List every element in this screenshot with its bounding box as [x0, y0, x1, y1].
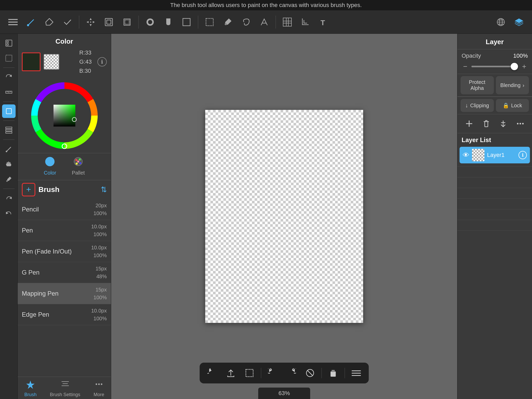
- brush-item-pen[interactable]: Pen 10.0px 100%: [18, 220, 111, 241]
- add-brush-button[interactable]: +: [22, 183, 35, 196]
- layers-left-icon[interactable]: [2, 123, 16, 137]
- secondary-color-swatch[interactable]: [44, 54, 59, 70]
- ruler-icon[interactable]: [2, 85, 16, 99]
- paste-canvas-icon[interactable]: [326, 366, 341, 380]
- canvas-bottom-toolbar: [200, 363, 369, 383]
- eraser-icon[interactable]: [42, 14, 57, 30]
- color-wheel[interactable]: [28, 79, 101, 152]
- primary-color-swatch[interactable]: [22, 52, 41, 71]
- upload-icon[interactable]: [224, 366, 238, 380]
- selection-rect-icon[interactable]: [202, 14, 217, 30]
- menu-canvas-icon[interactable]: [349, 366, 364, 380]
- shape-icon[interactable]: [179, 14, 194, 30]
- more-layer-options[interactable]: [514, 117, 527, 130]
- brush-name-mapping: Mapping Pen: [22, 290, 58, 297]
- svg-point-86: [517, 123, 518, 124]
- color-rgb-values: R:33 G:43 B:30: [79, 48, 92, 76]
- brush-item-gpen[interactable]: G Pen 15px 48%: [18, 262, 111, 283]
- svg-text:T: T: [321, 19, 325, 27]
- canvas-surface[interactable]: [205, 110, 363, 323]
- eyedropper-left-icon[interactable]: [2, 172, 16, 186]
- layer-visibility-icon[interactable]: 👁: [463, 151, 469, 159]
- svg-marker-63: [26, 381, 35, 389]
- clipping-button[interactable]: ↓ Clipping: [461, 99, 494, 112]
- layer-name: Layer1: [487, 152, 516, 158]
- color-tab[interactable]: Color: [44, 156, 56, 176]
- undo-left-icon[interactable]: [2, 207, 16, 220]
- bucket-icon[interactable]: [161, 14, 176, 30]
- hand-icon[interactable]: [2, 157, 16, 171]
- svg-rect-46: [6, 132, 12, 133]
- brush-tab-label: Brush: [24, 392, 37, 397]
- canvas-small-icon[interactable]: [2, 104, 16, 118]
- add-layer-button[interactable]: [462, 117, 476, 130]
- checkmark-icon[interactable]: [60, 14, 75, 30]
- blending-button[interactable]: Blending ›: [496, 76, 529, 94]
- brush-stats-edge: 10.0px 100%: [91, 307, 107, 322]
- brush-settings-tab[interactable]: Brush Settings: [50, 380, 80, 397]
- undo-canvas-icon[interactable]: [265, 366, 280, 380]
- fill-tool-icon2[interactable]: [142, 14, 158, 30]
- grid-tool-icon[interactable]: [280, 14, 295, 30]
- merge-layer-button[interactable]: [496, 117, 510, 130]
- brush-item-pencil[interactable]: Pencil 20px 100%: [18, 199, 111, 220]
- lock-icon-small: 🔒: [503, 102, 509, 109]
- pen-path-icon[interactable]: [256, 14, 272, 30]
- opacity-plus-button[interactable]: +: [521, 62, 528, 71]
- no-tool-icon[interactable]: [303, 366, 317, 380]
- clipping-icon-small: ↓: [465, 102, 468, 109]
- redo-left-icon[interactable]: [2, 191, 16, 205]
- more-tab[interactable]: More: [94, 380, 104, 397]
- transform-icon[interactable]: [101, 14, 117, 30]
- canvas-area[interactable]: 63%: [111, 34, 457, 399]
- svg-point-88: [522, 123, 524, 124]
- brush-item-mapping[interactable]: Mapping Pen 15px 100%: [18, 283, 111, 304]
- layers-main-icon[interactable]: [511, 14, 527, 30]
- brush-sort-icon[interactable]: ⇅: [101, 185, 107, 194]
- brush-item-edge[interactable]: Edge Pen 10.0px 100%: [18, 304, 111, 325]
- layer-info-button[interactable]: ℹ: [518, 151, 527, 159]
- redo-canvas-icon[interactable]: [284, 366, 299, 380]
- svg-rect-35: [7, 41, 8, 43]
- opacity-minus-button[interactable]: −: [462, 62, 469, 71]
- opacity-slider[interactable]: [471, 66, 518, 67]
- divider3: [3, 121, 15, 121]
- brush-item-pen-fade[interactable]: Pen (Fade In/Out) 10.0px 100%: [18, 241, 111, 262]
- layer-small-icon[interactable]: [2, 36, 16, 50]
- selection-canvas-icon[interactable]: [242, 366, 257, 380]
- svg-rect-79: [352, 370, 361, 371]
- color-wheel-container[interactable]: [18, 78, 111, 153]
- svg-rect-1: [8, 22, 18, 23]
- layer-item-1[interactable]: 👁 Layer1 ℹ: [460, 147, 530, 163]
- free-transform-icon[interactable]: [119, 14, 135, 30]
- web-icon[interactable]: [493, 14, 509, 30]
- brush-bottom-tab[interactable]: Brush: [24, 380, 37, 397]
- svg-rect-15: [167, 18, 169, 19]
- divider2: [3, 102, 15, 102]
- move-tool-icon[interactable]: [83, 14, 98, 30]
- svg-rect-81: [352, 375, 361, 376]
- eyedropper-icon[interactable]: [220, 14, 236, 30]
- lasso-icon[interactable]: [238, 14, 254, 30]
- brush-icon[interactable]: [23, 14, 39, 30]
- svg-rect-17: [206, 18, 213, 26]
- rotate-icon[interactable]: [2, 70, 16, 84]
- text-tool-icon[interactable]: T: [316, 14, 331, 30]
- color-info-button[interactable]: ℹ: [97, 57, 107, 66]
- brush-left-icon[interactable]: [2, 142, 16, 156]
- opacity-thumb[interactable]: [511, 63, 518, 70]
- selection-small-icon[interactable]: [2, 51, 16, 65]
- pallet-tab[interactable]: Pallet: [72, 156, 85, 176]
- canvas-rotate-icon[interactable]: [205, 366, 220, 380]
- opacity-row: Opacity 100%: [457, 49, 532, 62]
- svg-point-69: [101, 383, 102, 385]
- crop-tool-icon[interactable]: [298, 14, 313, 30]
- brush-section: + Brush ⇅ Pencil 20px 100% Pen 10.0px 10…: [18, 180, 111, 377]
- menu-icon[interactable]: [5, 14, 21, 30]
- svg-rect-78: [332, 370, 335, 372]
- svg-rect-0: [8, 19, 18, 20]
- brush-settings-tab-icon: [61, 380, 70, 391]
- delete-layer-button[interactable]: [480, 117, 493, 130]
- protect-alpha-button[interactable]: Protect Alpha: [461, 76, 494, 94]
- lock-button[interactable]: 🔒 Lock: [496, 99, 529, 112]
